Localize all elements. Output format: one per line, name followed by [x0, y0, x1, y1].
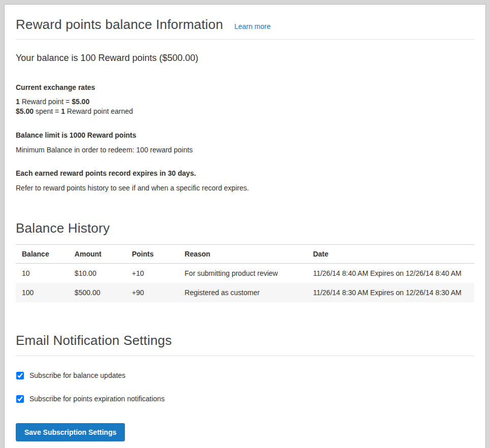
page-title: Reward points balance Information [16, 17, 223, 33]
table-row: 10 $10.00 +10 For submitting product rev… [16, 264, 474, 283]
header-divider [16, 39, 474, 40]
save-subscription-settings-button[interactable]: Save Subscription Settings [16, 423, 125, 441]
rate-line-earn: 1 Reward point = $5.00 [16, 97, 474, 107]
points-cell: +90 [126, 283, 179, 302]
reward-points-panel: Reward points balance Information Learn … [4, 4, 486, 448]
exchange-rates: 1 Reward point = $5.00 $5.00 spent = 1 R… [16, 97, 474, 116]
table-header-row: Balance Amount Points Reason Date [16, 245, 474, 264]
rate2-end-text: Reward point earned [65, 107, 133, 115]
page-header: Reward points balance Information Learn … [16, 5, 474, 33]
balance-cell: 100 [16, 283, 69, 302]
date-cell: 11/26/14 8:30 AM Expires on 12/26/14 8:3… [307, 283, 474, 302]
learn-more-link[interactable]: Learn more [234, 22, 271, 30]
balance-limit-text: Balance limit is 1000 Reward points [16, 131, 474, 139]
rate1-text: Reward point = [20, 98, 72, 106]
balance-history-title: Balance History [16, 220, 474, 236]
column-header-balance: Balance [16, 245, 69, 264]
balance-history-table: Balance Amount Points Reason Date 10 $10… [16, 244, 474, 302]
column-header-date: Date [307, 245, 474, 264]
column-header-amount: Amount [69, 245, 126, 264]
rate-line-spend: $5.00 spent = 1 Reward point earned [16, 107, 474, 116]
rate1-points: 1 [16, 98, 20, 106]
balance-cell: 10 [16, 264, 69, 283]
date-cell: 11/26/14 8:40 AM Expires on 12/26/14 8:4… [307, 264, 474, 283]
email-settings-title: Email Notification Settings [16, 333, 474, 348]
balance-updates-label: Subscribe for balance updates [29, 371, 125, 379]
balance-updates-checkbox[interactable] [16, 372, 24, 379]
rate2-amount: $5.00 [16, 107, 34, 115]
amount-cell: $500.00 [69, 283, 126, 302]
reason-cell: For submitting product review [179, 264, 307, 283]
amount-cell: $10.00 [69, 264, 126, 283]
points-cell: +10 [126, 264, 179, 283]
expiry-note: Refer to reward points history to see if… [16, 184, 474, 192]
column-header-reason: Reason [179, 245, 307, 264]
expiration-notifications-checkbox[interactable] [16, 395, 24, 403]
subscribe-balance-updates-row[interactable]: Subscribe for balance updates [16, 371, 125, 379]
expiry-title: Each earned reward points record expires… [16, 169, 474, 177]
column-header-points: Points [126, 245, 179, 264]
minimum-balance-text: Minimum Balance in order to redeem: 100 … [16, 146, 474, 154]
balance-summary: Your balance is 100 Reward points ($500.… [16, 53, 474, 63]
reason-cell: Registered as customer [179, 283, 307, 302]
rate2-points: 1 [61, 107, 65, 115]
subscribe-expiration-notifications-row[interactable]: Subscribe for points expiration notifica… [16, 395, 165, 403]
expiration-notifications-label: Subscribe for points expiration notifica… [29, 395, 165, 403]
exchange-rates-title: Current exchange rates [16, 83, 474, 91]
rate2-text: spent = [34, 107, 61, 115]
table-row: 100 $500.00 +90 Registered as customer 1… [16, 283, 474, 302]
email-settings-divider [16, 356, 474, 356]
rate1-amount: $5.00 [72, 98, 89, 106]
